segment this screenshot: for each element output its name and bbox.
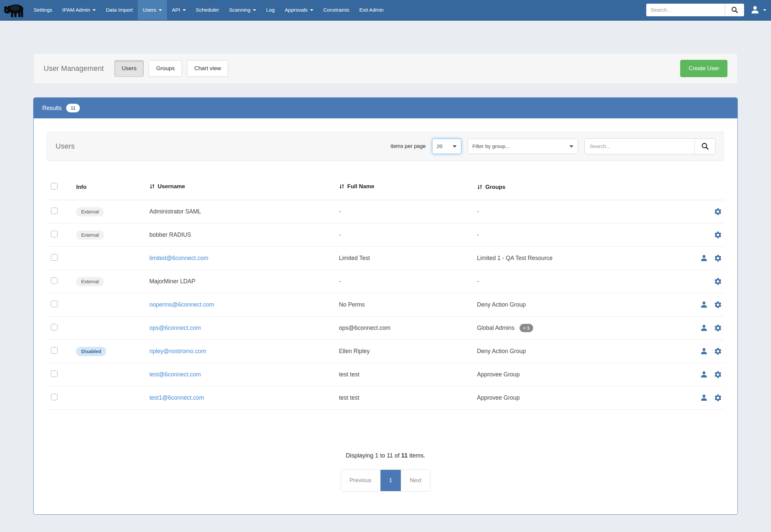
view-tab[interactable]: Users — [114, 60, 144, 77]
navbar-item[interactable]: IPAM Admin — [57, 0, 101, 20]
column-header-groups[interactable]: Groups — [477, 184, 505, 191]
navbar-item[interactable]: Constraints — [318, 0, 354, 20]
navbar-item-label: Settings — [34, 7, 52, 13]
username-link[interactable]: test1@6connect.com — [149, 394, 204, 401]
view-tab[interactable]: Groups — [149, 60, 182, 77]
table-row: limited@6connect.com Limited Test Limite… — [47, 247, 724, 270]
full-name-text: ops@6connect.com — [339, 325, 391, 331]
items-per-page-select[interactable]: 20 — [432, 139, 461, 154]
gear-icon[interactable] — [714, 324, 722, 332]
navbar-item[interactable]: Log — [261, 0, 280, 20]
sort-icon — [149, 184, 155, 189]
navbar-item[interactable]: Approvals — [280, 0, 318, 20]
gear-icon[interactable] — [714, 370, 722, 379]
pagination-button[interactable]: 1 — [380, 470, 401, 491]
select-all-checkbox[interactable] — [51, 183, 58, 190]
navbar-item[interactable]: Exit Admin — [354, 0, 389, 20]
chevron-down-icon — [763, 9, 766, 11]
table-search-button[interactable] — [695, 139, 715, 154]
username-link[interactable]: test@6connect.com — [149, 371, 201, 378]
row-checkbox[interactable] — [51, 207, 58, 214]
gear-icon[interactable] — [714, 394, 722, 402]
user-account-menu[interactable] — [750, 5, 766, 15]
app-logo[interactable] — [0, 0, 29, 20]
user-profile-icon[interactable] — [700, 394, 708, 402]
table-filter-bar: Users items per page 20 Filter by group.… — [47, 132, 724, 161]
navbar-item-label: Exit Admin — [359, 7, 383, 13]
navbar-item[interactable]: Users — [138, 0, 167, 20]
status-badge: External — [76, 277, 104, 286]
gear-icon[interactable] — [714, 207, 722, 216]
full-name-text: No Perms — [339, 301, 365, 308]
column-header-username[interactable]: Username — [149, 183, 185, 190]
items-per-page-label: items per page — [391, 143, 426, 149]
username-link[interactable]: ripley@nostromo.com — [149, 348, 206, 354]
table-row: test@6connect.com test test Approvee Gro… — [47, 363, 724, 386]
row-checkbox[interactable] — [51, 301, 58, 307]
status-badge: External — [76, 207, 104, 216]
gear-icon[interactable] — [714, 231, 722, 239]
user-profile-icon[interactable] — [700, 254, 708, 262]
navbar-search-button[interactable] — [725, 4, 744, 16]
user-profile-icon[interactable] — [700, 347, 708, 355]
navbar-item[interactable]: API — [167, 0, 191, 20]
navbar-search — [646, 4, 744, 16]
row-checkbox[interactable] — [51, 394, 58, 400]
group-name-text: Approvee Group — [477, 394, 520, 401]
navbar-item[interactable]: Scheduler — [191, 0, 224, 20]
create-user-button[interactable]: Create User — [680, 60, 727, 77]
row-checkbox[interactable] — [51, 324, 58, 331]
user-profile-icon[interactable] — [700, 370, 708, 379]
table-row: External MajorMiner LDAP - - — [47, 270, 724, 293]
group-name-text: Limited 1 - QA Test Resource — [477, 255, 553, 262]
user-profile-icon[interactable] — [700, 301, 708, 309]
row-checkbox[interactable] — [51, 231, 58, 237]
group-name-text: Deny Action Group — [477, 301, 526, 308]
gear-icon[interactable] — [714, 347, 722, 355]
row-checkbox[interactable] — [51, 254, 58, 261]
group-name-text: Approvee Group — [477, 371, 520, 378]
panda-logo-icon — [3, 2, 26, 18]
gear-icon[interactable] — [714, 277, 722, 286]
username-link[interactable]: bobber RADIUS — [149, 231, 191, 238]
group-name-text: - — [477, 278, 479, 285]
page-title: User Management — [44, 64, 104, 73]
navbar-item-label: Data Import — [106, 7, 133, 13]
table-search-input[interactable] — [585, 139, 695, 154]
group-name-text: - — [477, 208, 479, 215]
user-profile-icon[interactable] — [700, 324, 708, 332]
username-link[interactable]: ops@6connect.com — [149, 325, 201, 331]
pagination-button[interactable]: Next — [401, 470, 430, 491]
gear-icon[interactable] — [714, 301, 722, 309]
table-row: noperms@6connect.com No Perms Deny Actio… — [47, 293, 724, 317]
table-row: test1@6connect.com test test Approvee Gr… — [47, 386, 724, 410]
table-row: ops@6connect.com ops@6connect.com Global… — [47, 317, 724, 340]
table-header-row: Info Username Full Name Groups — [47, 176, 724, 200]
navbar-item[interactable]: Settings — [29, 0, 57, 20]
full-name-text: test test — [339, 371, 359, 378]
results-panel-header: Results 11 — [34, 98, 737, 118]
section-title: Users — [56, 142, 74, 151]
row-checkbox[interactable] — [51, 277, 58, 284]
view-tab[interactable]: Chart view — [187, 60, 228, 77]
navbar-menu: Settings IPAM Admin Data Import Users AP… — [29, 0, 389, 20]
navbar-item[interactable]: Scanning — [224, 0, 261, 20]
group-filter-select[interactable]: Filter by group... — [468, 139, 578, 154]
full-name-text: test test — [339, 394, 359, 401]
username-link[interactable]: MajorMiner LDAP — [149, 278, 195, 285]
navbar-search-input[interactable] — [646, 4, 725, 16]
sort-icon — [477, 184, 483, 190]
row-checkbox[interactable] — [51, 370, 58, 377]
username-link[interactable]: noperms@6connect.com — [149, 301, 214, 308]
gear-icon[interactable] — [714, 254, 722, 262]
row-checkbox[interactable] — [51, 347, 58, 354]
column-header-full-name[interactable]: Full Name — [339, 183, 374, 190]
results-summary: Displaying 1 to 11 of 11 items. — [47, 452, 724, 459]
full-name-text: - — [339, 208, 341, 215]
username-link[interactable]: Administrator SAML — [149, 208, 201, 215]
navbar-item[interactable]: Data Import — [101, 0, 138, 20]
pagination-button[interactable]: Previous — [341, 470, 380, 491]
username-link[interactable]: limited@6connect.com — [149, 255, 208, 261]
chevron-down-icon — [159, 9, 162, 11]
table-body: External Administrator SAML - - External… — [47, 200, 724, 410]
